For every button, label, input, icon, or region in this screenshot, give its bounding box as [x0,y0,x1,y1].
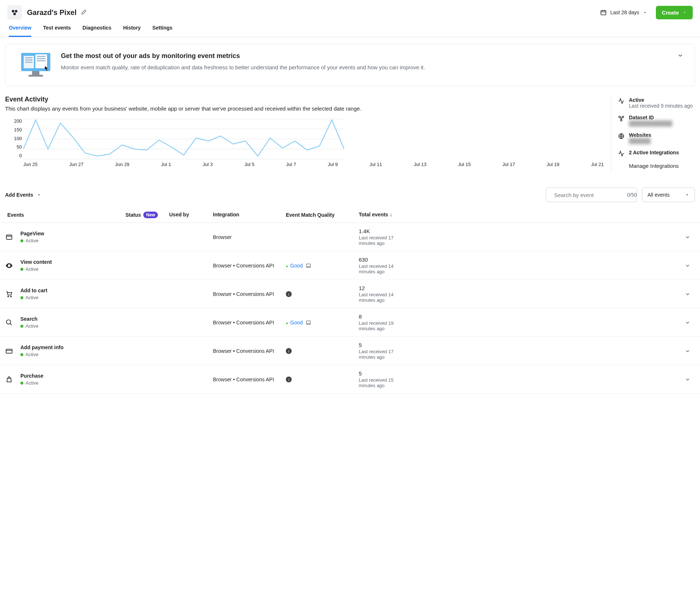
event-activity-chart: 200150100500 Jun 25Jun 27Jun 29Jul 1Jul … [5,118,604,173]
active-status-label: Active [629,97,693,103]
integration-value: Browser • Conversions API [213,291,286,297]
expand-row-icon[interactable] [685,377,695,382]
event-name: Add payment info [20,344,63,350]
expand-row-icon[interactable] [685,348,695,354]
dataset-id-value: ████████████ [629,120,672,126]
event-filter-dropdown[interactable]: All events [642,188,695,202]
laptop-icon [306,320,311,325]
add-events-button[interactable]: Add Events [5,192,41,198]
info-icon[interactable]: i [286,348,292,354]
svg-rect-29 [7,235,12,239]
new-badge: New [143,212,158,218]
add-events-label: Add Events [5,192,33,198]
tab-history[interactable]: History [123,25,141,37]
last-received: Last received 15 minutes ago [359,377,406,388]
monitor-illustration [19,52,52,78]
date-range-label: Last 28 days [610,9,639,15]
event-name: PageView [20,231,44,236]
manage-integrations-link[interactable]: Manage Integrations [629,163,695,169]
th-status: Status New [125,212,169,218]
th-integration: Integration [213,212,286,218]
window-icon [5,234,13,241]
total-count: 8 [359,313,685,320]
svg-point-0 [12,10,15,12]
event-status: Active [20,323,38,329]
card-icon [5,347,13,355]
expand-row-icon[interactable] [685,291,695,297]
svg-point-34 [8,296,9,297]
svg-rect-40 [6,349,12,353]
chevron-down-icon [685,193,689,197]
filter-label: All events [648,192,670,198]
svg-rect-16 [32,71,39,75]
event-search-input[interactable]: 0/50 [546,188,637,202]
svg-rect-38 [307,321,311,323]
integration-value: Browser • Conversions API [213,263,286,269]
total-count: 1.4K [359,228,685,234]
promo-banner[interactable]: Get the most out of your ads by monitori… [5,44,695,86]
th-events: Events [5,212,125,218]
integrations-label: 2 Active Integrations [629,150,679,155]
th-total[interactable]: Total events [359,212,685,218]
active-status-sub: Last received 9 minutes ago [629,103,693,109]
total-count: 12 [359,285,685,291]
event-name: View content [20,259,52,265]
expand-chevron-icon[interactable] [677,52,684,59]
edit-icon[interactable] [80,9,87,16]
tab-test-events[interactable]: Test events [43,25,71,37]
pixel-icon [7,5,22,20]
expand-row-icon[interactable] [685,263,695,269]
tab-settings[interactable]: Settings [152,25,172,37]
tab-overview[interactable]: Overview [9,25,31,37]
last-received: Last received 19 minutes ago [359,320,406,331]
svg-point-35 [11,296,12,297]
chevron-down-icon [37,193,41,197]
svg-point-31 [8,265,10,266]
table-row[interactable]: Add payment infoActiveBrowser • Conversi… [0,337,700,365]
last-received: Last received 17 minutes ago [359,349,406,360]
emq-value: Good [286,320,303,325]
info-icon[interactable]: i [286,291,292,297]
websites-value: ██████ [629,138,651,144]
activity-title: Event Activity [5,96,604,103]
event-status: Active [20,295,47,300]
info-icon[interactable]: i [286,377,292,382]
event-status: Active [20,352,63,357]
table-row[interactable]: SearchActiveBrowser • Conversions APIGoo… [0,308,700,337]
table-row[interactable]: Add to cartActiveBrowser • Conversions A… [0,280,700,308]
date-range-picker[interactable]: Last 28 days [596,6,652,19]
integration-value: Browser • Conversions API [213,377,286,382]
svg-rect-11 [25,59,32,61]
svg-rect-32 [307,264,311,266]
tab-diagnostics[interactable]: Diagnostics [82,25,111,37]
search-counter: 0/50 [627,192,637,198]
event-status: Active [20,266,52,272]
dataset-icon [618,115,625,126]
svg-rect-10 [25,57,32,58]
table-row[interactable]: PageViewActiveBrowser1.4KLast received 1… [0,223,700,251]
expand-row-icon[interactable] [685,234,695,240]
cart-icon [5,290,13,298]
bag-icon [5,376,13,383]
total-count: 630 [359,257,685,263]
integration-value: Browser • Conversions API [213,348,286,354]
svg-point-36 [7,320,11,324]
table-row[interactable]: PurchaseActiveBrowser • Conversions APIi… [0,365,700,394]
expand-row-icon[interactable] [685,320,695,325]
search-field[interactable] [554,192,623,198]
dataset-id-label: Dataset ID [629,115,672,120]
th-emq: Event Match Quality [286,212,359,218]
activity-description: This chart displays any events from your… [5,105,604,112]
svg-line-37 [10,323,12,325]
total-count: 5 [359,370,685,377]
event-name: Add to cart [20,288,47,293]
laptop-icon [306,263,311,269]
svg-rect-3 [601,11,606,15]
svg-rect-13 [37,56,46,57]
svg-rect-17 [28,75,43,77]
emq-value: Good [286,263,303,269]
create-button[interactable]: Create [656,6,693,19]
table-row[interactable]: View contentActiveBrowser • Conversions … [0,251,700,280]
page-title: Garazd's Pixel [27,8,77,17]
event-status: Active [20,380,43,386]
